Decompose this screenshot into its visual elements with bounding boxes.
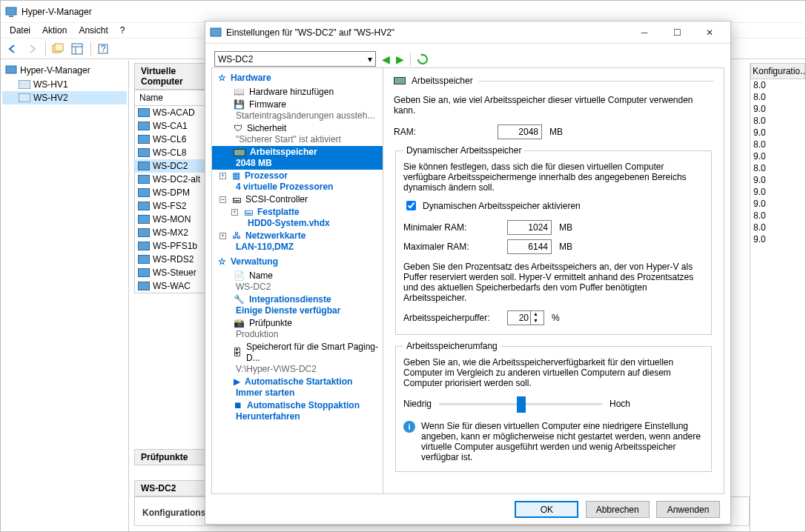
config-version-row[interactable]: 8.0 — [750, 115, 805, 127]
vm-icon — [138, 148, 150, 157]
unit-pct: % — [552, 313, 560, 323]
nav-autostop[interactable]: ⏹ Automatische StoppaktionHerunterfahren — [212, 399, 383, 423]
vm-row[interactable]: WS-CL6 — [135, 133, 208, 146]
min-ram-input[interactable] — [507, 220, 552, 235]
host-tree[interactable]: Hyper-V-Manager WS-HV1 WS-HV2 — [1, 60, 128, 107]
cancel-button[interactable]: Abbrechen — [586, 501, 650, 518]
tree-root[interactable]: Hyper-V-Manager — [2, 63, 127, 78]
prev-button[interactable]: ◀ — [382, 53, 390, 65]
vm-row[interactable]: WS-ACAD — [135, 106, 208, 119]
dyn-checkbox[interactable] — [406, 201, 416, 210]
expand-icon[interactable]: + — [219, 173, 226, 179]
vm-col-name[interactable]: Name — [135, 90, 208, 106]
tb-help-button[interactable]: ? — [94, 40, 112, 58]
weight-text: Geben Sie an, wie die Arbeitsspeicherver… — [403, 357, 704, 388]
ok-button[interactable]: OK — [515, 501, 578, 518]
vm-detail-title: WS-DC2 — [134, 480, 208, 496]
tb-view-button[interactable] — [68, 40, 86, 58]
nav-integration[interactable]: 🔧 IntegrationsdiensteEinige Dienste verf… — [212, 293, 383, 317]
nav-memory[interactable]: Arbeitsspeicher2048 MB — [212, 146, 383, 170]
vm-panel-title: Virtuelle Computer — [134, 63, 208, 90]
buffer-stepper[interactable]: ▲▼ — [507, 310, 544, 325]
config-version-row[interactable]: 9.0 — [750, 198, 805, 210]
nav-paging[interactable]: 🗄 Speicherort für die Smart Paging-D...V… — [212, 341, 383, 376]
nav-cpu[interactable]: +▦ Prozessor4 virtuelle Prozessoren — [212, 170, 383, 193]
settings-icon — [210, 27, 222, 39]
settings-dialog: Einstellungen für "WS-DC2" auf "WS-HV2" … — [205, 21, 731, 525]
vm-row[interactable]: WS-MON — [135, 213, 208, 226]
vm-row[interactable]: WS-MX2 — [135, 226, 208, 239]
close-button[interactable]: ✕ — [693, 22, 726, 43]
config-version-row[interactable]: 9.0 — [750, 233, 805, 245]
svg-rect-9 — [6, 66, 16, 73]
nav-fwd-button[interactable] — [23, 40, 41, 58]
nav-hdd[interactable]: +🖴 FestplatteHDD0-System.vhdx — [212, 206, 383, 230]
buffer-input[interactable] — [508, 312, 530, 324]
config-version-row[interactable]: 9.0 — [750, 103, 805, 115]
next-button[interactable]: ▶ — [396, 53, 404, 65]
vm-row[interactable]: WS-CA1 — [135, 119, 208, 133]
stepper-up-icon[interactable]: ▲ — [530, 311, 541, 318]
high-label: Hoch — [610, 399, 630, 409]
main-titlebar[interactable]: Hyper-V-Manager — [1, 1, 805, 23]
menu-aktion[interactable]: Aktion — [36, 24, 73, 37]
expand-icon[interactable]: + — [231, 209, 238, 216]
tree-host-hv2[interactable]: WS-HV2 — [2, 91, 127, 104]
vm-row[interactable]: WS-Steuer — [135, 266, 208, 279]
nav-nic[interactable]: +🖧 NetzwerkkarteLAN-110,DMZ — [212, 230, 383, 253]
vm-row[interactable]: WS-DPM — [135, 186, 208, 199]
ram-input[interactable] — [498, 124, 542, 139]
collapse-icon[interactable]: − — [219, 196, 226, 203]
nav-autostart[interactable]: ▶ Automatische StartaktionImmer starten — [212, 376, 383, 399]
nav-scsi[interactable]: −🖴 SCSI-Controller — [212, 193, 383, 206]
menu-datei[interactable]: Datei — [4, 24, 36, 37]
tb-properties-button[interactable] — [49, 40, 67, 58]
max-ram-input[interactable] — [507, 239, 552, 254]
vm-select-dropdown[interactable]: WS-DC2 ▾ — [214, 51, 376, 67]
menu-help[interactable]: ? — [114, 24, 131, 37]
vm-name: WS-WAC — [153, 281, 191, 291]
config-version-row[interactable]: 9.0 — [750, 186, 805, 198]
nav-security[interactable]: 🛡 Sicherheit"Sicherer Start" ist aktivie… — [212, 122, 383, 146]
nav-back-button[interactable] — [4, 40, 22, 58]
menu-ansicht[interactable]: Ansicht — [73, 24, 113, 37]
stepper-down-icon[interactable]: ▼ — [530, 318, 541, 325]
refresh-button[interactable] — [417, 53, 429, 65]
vm-row[interactable]: WS-DC2-alt — [135, 173, 208, 186]
config-version-row[interactable]: 8.0 — [750, 162, 805, 174]
minimize-button[interactable]: ─ — [628, 22, 661, 43]
vm-row[interactable]: WS-PFS1b — [135, 239, 208, 253]
nav-add-hardware[interactable]: 📖 Hardware hinzufügen — [212, 86, 383, 99]
vm-row[interactable]: WS-WAC — [135, 279, 208, 293]
maximize-button[interactable]: ☐ — [661, 22, 693, 43]
vm-icon — [138, 242, 150, 250]
dyn-legend: Dynamischer Arbeitsspeicher — [403, 145, 524, 156]
apply-button[interactable]: Anwenden — [656, 501, 720, 518]
vm-row[interactable]: WS-DC2 — [135, 159, 208, 173]
hyperv-icon — [5, 6, 17, 18]
vm-row[interactable]: WS-RDS2 — [135, 253, 208, 266]
config-version-row[interactable]: 8.0 — [750, 222, 805, 233]
expand-icon[interactable]: + — [219, 233, 226, 239]
nav-name[interactable]: 📄 NameWS-DC2 — [212, 270, 383, 293]
tree-root-label: Hyper-V-Manager — [20, 65, 90, 76]
config-version-row[interactable]: 8.0 — [750, 139, 805, 150]
config-version-row[interactable]: 9.0 — [750, 150, 805, 162]
dyn-checkbox-row[interactable]: Dynamischen Arbeitsspeicher aktivieren — [403, 199, 704, 213]
min-ram-label: Minimaler RAM: — [403, 222, 500, 233]
weight-slider[interactable] — [439, 403, 602, 405]
nav-checkpoints[interactable]: 📸 PrüfpunkteProduktion — [212, 317, 383, 341]
nav-firmware[interactable]: 💾 FirmwareStarteintragsänderungen ausste… — [212, 99, 383, 122]
slider-thumb-icon[interactable] — [517, 396, 526, 413]
settings-nav-tree[interactable]: ☆Hardware 📖 Hardware hinzufügen 💾 Firmwa… — [211, 67, 383, 494]
config-version-row[interactable]: 8.0 — [750, 91, 805, 103]
config-version-row[interactable]: 9.0 — [750, 127, 805, 139]
tree-host-hv1[interactable]: WS-HV1 — [2, 78, 127, 91]
rightcol-header[interactable]: Konfiguratio... — [750, 63, 805, 79]
config-version-row[interactable]: 8.0 — [750, 79, 805, 91]
vm-row[interactable]: WS-CL8 — [135, 146, 208, 159]
vm-row[interactable]: WS-FS2 — [135, 199, 208, 213]
config-version-row[interactable]: 8.0 — [750, 210, 805, 222]
config-version-row[interactable]: 9.0 — [750, 174, 805, 186]
settings-titlebar[interactable]: Einstellungen für "WS-DC2" auf "WS-HV2" … — [205, 21, 730, 44]
